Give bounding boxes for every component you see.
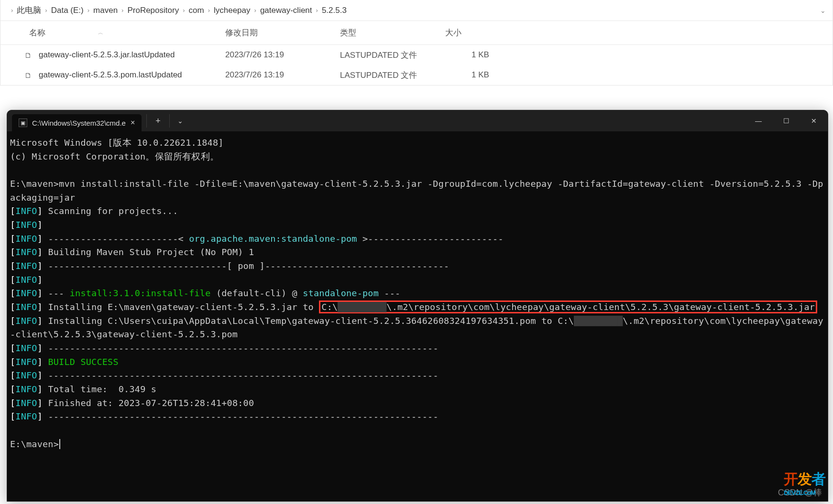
chevron-right-icon: › (316, 7, 318, 14)
breadcrumb-item[interactable]: com (189, 6, 204, 15)
info-tag: INFO (15, 343, 37, 353)
copyright-line: (c) Microsoft Corporation。保留所有权利。 (10, 151, 219, 161)
logo: 开发者 DEVZE.CoM (784, 470, 825, 496)
file-type: LASTUPDATED 文件 (340, 70, 471, 81)
info-tag: INFO (15, 398, 37, 408)
chevron-right-icon: › (183, 7, 185, 14)
pom-id: org.apache.maven:standalone-pom (189, 234, 357, 244)
tab-title: C:\Windows\System32\cmd.e (32, 119, 126, 127)
chevron-right-icon: › (88, 7, 89, 14)
file-name: gateway-client-5.2.5.3.jar.lastUpdated (39, 50, 225, 60)
maximize-button[interactable]: ☐ (772, 110, 800, 131)
info-tag: INFO (15, 247, 37, 257)
info-tag: INFO (15, 220, 37, 230)
command: mvn install:install-file -Dfile=E:\maven… (10, 179, 823, 203)
close-button[interactable]: ✕ (800, 110, 828, 131)
file-icon: 🗋 (24, 71, 35, 79)
new-tab-button[interactable]: + (146, 114, 170, 128)
cmd-icon: ▣ (19, 118, 27, 127)
tab-cmd[interactable]: ▣ C:\Windows\System32\cmd.e × (12, 114, 142, 131)
cursor-icon (59, 439, 60, 449)
info-tag: INFO (15, 384, 37, 394)
breadcrumb-item[interactable]: 此电脑 (17, 5, 41, 16)
chevron-right-icon: › (11, 7, 13, 14)
chevron-down-icon[interactable]: ⌄ (820, 7, 826, 14)
file-type: LASTUPDATED 文件 (340, 50, 471, 61)
file-date: 2023/7/26 13:19 (225, 70, 340, 80)
version-line: Microsoft Windows [版本 10.0.22621.1848] (10, 138, 224, 148)
info-tag: INFO (15, 316, 37, 326)
prompt: E:\maven> (10, 179, 59, 189)
chevron-right-icon: › (121, 7, 123, 14)
file-size: 1 KB (471, 50, 534, 60)
terminal-window: ▣ C:\Windows\System32\cmd.e × + ⌄ — ☐ ✕ … (7, 110, 828, 502)
file-size: 1 KB (471, 70, 534, 80)
total-time: Total time: 0.349 s (48, 384, 156, 394)
breadcrumb-item[interactable]: ProRepository (127, 6, 179, 15)
column-headers: 名称 ︿ 修改日期 类型 大小 (0, 21, 833, 45)
chevron-right-icon: › (254, 7, 256, 14)
info-tag: INFO (15, 206, 37, 216)
info-tag: INFO (15, 357, 37, 367)
column-date[interactable]: 修改日期 (225, 27, 340, 38)
file-name: gateway-client-5.2.5.3.pom.lastUpdated (39, 70, 225, 80)
build-success: BUILD SUCCESS (48, 357, 118, 367)
info-tag: INFO (15, 411, 37, 421)
highlighted-path: C:\█████████\.m2\repository\com\lycheepa… (319, 300, 817, 313)
chevron-right-icon: › (45, 7, 47, 14)
window-controls: — ☐ ✕ (745, 110, 828, 131)
chevron-right-icon: › (208, 7, 210, 14)
title-bar[interactable]: ▣ C:\Windows\System32\cmd.e × + ⌄ — ☐ ✕ (7, 110, 828, 131)
redacted-text: █████████ (574, 316, 623, 326)
terminal-output[interactable]: Microsoft Windows [版本 10.0.22621.1848] (… (7, 131, 828, 470)
file-row[interactable]: 🗋 gateway-client-5.2.5.3.jar.lastUpdated… (0, 45, 833, 65)
close-tab-icon[interactable]: × (131, 118, 135, 127)
info-tag: INFO (15, 302, 37, 312)
redacted-text: █████████ (338, 302, 386, 312)
column-name[interactable]: 名称 (29, 27, 45, 38)
minimize-button[interactable]: — (745, 110, 772, 131)
info-tag: INFO (15, 370, 37, 380)
goal: install:3.1.0:install-file (70, 288, 211, 298)
breadcrumb-item[interactable]: gateway-client (260, 6, 312, 15)
prompt: E:\maven> (10, 439, 59, 449)
breadcrumb-item[interactable]: lycheepay (214, 6, 251, 15)
file-date: 2023/7/26 13:19 (225, 50, 340, 60)
file-icon: 🗋 (24, 51, 35, 59)
file-explorer: › 此电脑 › Data (E:) › maven › ProRepositor… (0, 0, 833, 86)
sort-indicator-icon[interactable]: ︿ (98, 29, 103, 36)
building-line: Building Maven Stub Project (No POM) 1 (48, 247, 254, 257)
breadcrumb-item[interactable]: 5.2.5.3 (322, 6, 347, 15)
file-row[interactable]: 🗋 gateway-client-5.2.5.3.pom.lastUpdated… (0, 65, 833, 85)
breadcrumb[interactable]: › 此电脑 › Data (E:) › maven › ProRepositor… (0, 0, 833, 21)
info-tag: INFO (15, 288, 37, 298)
info-tag: INFO (15, 275, 37, 285)
column-size[interactable]: 大小 (445, 27, 507, 38)
column-type[interactable]: 类型 (340, 27, 445, 38)
scan-line: Scanning for projects... (48, 206, 178, 216)
info-tag: INFO (15, 261, 37, 271)
finished-at: Finished at: 2023-07-26T15:28:41+08:00 (48, 398, 254, 408)
breadcrumb-item[interactable]: maven (93, 6, 118, 15)
chevron-down-icon[interactable]: ⌄ (170, 117, 191, 125)
breadcrumb-item[interactable]: Data (E:) (51, 6, 84, 15)
info-tag: INFO (15, 234, 37, 244)
